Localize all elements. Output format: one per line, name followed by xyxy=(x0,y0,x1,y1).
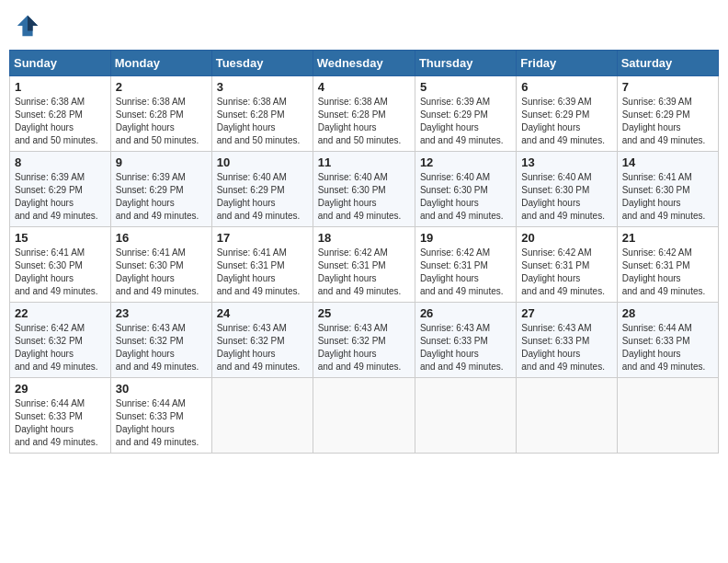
calendar-cell: 19 Sunrise: 6:42 AMSunset: 6:31 PMDaylig… xyxy=(415,227,516,303)
day-number: 9 xyxy=(116,155,207,169)
day-info: Sunrise: 6:43 AMSunset: 6:33 PMDaylight … xyxy=(420,323,504,372)
day-number: 16 xyxy=(116,231,207,245)
calendar-cell: 26 Sunrise: 6:43 AMSunset: 6:33 PMDaylig… xyxy=(415,303,516,378)
day-info: Sunrise: 6:39 AMSunset: 6:29 PMDaylight … xyxy=(622,97,706,145)
header xyxy=(9,9,719,42)
day-info: Sunrise: 6:43 AMSunset: 6:32 PMDaylight … xyxy=(116,323,199,372)
day-number: 17 xyxy=(217,231,308,245)
calendar-cell: 11 Sunrise: 6:40 AMSunset: 6:30 PMDaylig… xyxy=(313,152,415,227)
day-number: 6 xyxy=(521,80,611,94)
day-number: 11 xyxy=(318,155,410,169)
day-info: Sunrise: 6:39 AMSunset: 6:29 PMDaylight … xyxy=(420,97,504,145)
calendar-cell xyxy=(313,378,415,454)
day-number: 20 xyxy=(521,231,611,245)
day-info: Sunrise: 6:38 AMSunset: 6:28 PMDaylight … xyxy=(116,97,199,145)
calendar-cell: 18 Sunrise: 6:42 AMSunset: 6:31 PMDaylig… xyxy=(313,227,415,303)
day-info: Sunrise: 6:44 AMSunset: 6:33 PMDaylight … xyxy=(116,398,199,447)
day-number: 3 xyxy=(217,80,308,94)
day-header-monday: Monday xyxy=(110,51,211,76)
day-info: Sunrise: 6:43 AMSunset: 6:32 PMDaylight … xyxy=(217,323,301,372)
day-header-saturday: Saturday xyxy=(617,51,718,76)
day-number: 22 xyxy=(15,306,106,320)
calendar-week-4: 22 Sunrise: 6:42 AMSunset: 6:32 PMDaylig… xyxy=(10,303,719,378)
day-info: Sunrise: 6:40 AMSunset: 6:29 PMDaylight … xyxy=(217,172,301,221)
day-info: Sunrise: 6:42 AMSunset: 6:32 PMDaylight … xyxy=(15,323,98,372)
day-number: 15 xyxy=(15,231,106,245)
calendar-cell xyxy=(211,378,313,454)
day-info: Sunrise: 6:41 AMSunset: 6:31 PMDaylight … xyxy=(217,247,301,296)
calendar-cell: 13 Sunrise: 6:40 AMSunset: 6:30 PMDaylig… xyxy=(517,152,617,227)
day-info: Sunrise: 6:39 AMSunset: 6:29 PMDaylight … xyxy=(15,172,98,221)
calendar-cell: 17 Sunrise: 6:41 AMSunset: 6:31 PMDaylig… xyxy=(211,227,313,303)
day-header-tuesday: Tuesday xyxy=(211,51,313,76)
calendar-cell: 9 Sunrise: 6:39 AMSunset: 6:29 PMDayligh… xyxy=(110,152,211,227)
calendar-cell: 16 Sunrise: 6:41 AMSunset: 6:30 PMDaylig… xyxy=(110,227,211,303)
calendar-cell: 30 Sunrise: 6:44 AMSunset: 6:33 PMDaylig… xyxy=(110,378,211,454)
day-info: Sunrise: 6:43 AMSunset: 6:32 PMDaylight … xyxy=(318,323,402,372)
day-header-friday: Friday xyxy=(517,51,617,76)
day-header-sunday: Sunday xyxy=(10,51,111,76)
day-number: 29 xyxy=(15,382,106,396)
day-number: 23 xyxy=(116,306,207,320)
day-number: 26 xyxy=(420,306,511,320)
day-number: 2 xyxy=(116,80,207,94)
calendar-cell: 10 Sunrise: 6:40 AMSunset: 6:29 PMDaylig… xyxy=(211,152,313,227)
day-number: 21 xyxy=(622,231,713,245)
calendar-cell: 23 Sunrise: 6:43 AMSunset: 6:32 PMDaylig… xyxy=(110,303,211,378)
calendar-cell xyxy=(517,378,617,454)
day-number: 5 xyxy=(420,80,511,94)
logo xyxy=(15,13,44,39)
calendar-week-2: 8 Sunrise: 6:39 AMSunset: 6:29 PMDayligh… xyxy=(10,152,719,227)
calendar-cell: 3 Sunrise: 6:38 AMSunset: 6:28 PMDayligh… xyxy=(211,76,313,152)
day-number: 7 xyxy=(622,80,713,94)
day-info: Sunrise: 6:38 AMSunset: 6:28 PMDaylight … xyxy=(15,97,98,145)
day-number: 18 xyxy=(318,231,410,245)
calendar: SundayMondayTuesdayWednesdayThursdayFrid… xyxy=(9,50,719,454)
day-number: 10 xyxy=(217,155,308,169)
calendar-cell: 1 Sunrise: 6:38 AMSunset: 6:28 PMDayligh… xyxy=(10,76,111,152)
day-info: Sunrise: 6:42 AMSunset: 6:31 PMDaylight … xyxy=(318,247,402,296)
calendar-week-1: 1 Sunrise: 6:38 AMSunset: 6:28 PMDayligh… xyxy=(10,76,719,152)
day-info: Sunrise: 6:39 AMSunset: 6:29 PMDaylight … xyxy=(116,172,199,221)
day-info: Sunrise: 6:41 AMSunset: 6:30 PMDaylight … xyxy=(116,247,199,296)
day-info: Sunrise: 6:42 AMSunset: 6:31 PMDaylight … xyxy=(420,247,504,296)
day-number: 1 xyxy=(15,80,106,94)
day-number: 8 xyxy=(15,155,106,169)
calendar-cell: 8 Sunrise: 6:39 AMSunset: 6:29 PMDayligh… xyxy=(10,152,111,227)
day-number: 13 xyxy=(521,155,611,169)
day-info: Sunrise: 6:42 AMSunset: 6:31 PMDaylight … xyxy=(521,247,605,296)
day-info: Sunrise: 6:44 AMSunset: 6:33 PMDaylight … xyxy=(15,398,98,447)
calendar-cell: 27 Sunrise: 6:43 AMSunset: 6:33 PMDaylig… xyxy=(517,303,617,378)
day-info: Sunrise: 6:40 AMSunset: 6:30 PMDaylight … xyxy=(420,172,504,221)
day-number: 4 xyxy=(318,80,410,94)
day-info: Sunrise: 6:38 AMSunset: 6:28 PMDaylight … xyxy=(217,97,301,145)
day-info: Sunrise: 6:41 AMSunset: 6:30 PMDaylight … xyxy=(622,172,706,221)
calendar-cell: 22 Sunrise: 6:42 AMSunset: 6:32 PMDaylig… xyxy=(10,303,111,378)
day-number: 28 xyxy=(622,306,713,320)
day-info: Sunrise: 6:40 AMSunset: 6:30 PMDaylight … xyxy=(521,172,605,221)
day-header-wednesday: Wednesday xyxy=(313,51,415,76)
day-info: Sunrise: 6:43 AMSunset: 6:33 PMDaylight … xyxy=(521,323,605,372)
calendar-cell: 5 Sunrise: 6:39 AMSunset: 6:29 PMDayligh… xyxy=(415,76,516,152)
calendar-cell: 12 Sunrise: 6:40 AMSunset: 6:30 PMDaylig… xyxy=(415,152,516,227)
day-info: Sunrise: 6:44 AMSunset: 6:33 PMDaylight … xyxy=(622,323,706,372)
day-number: 24 xyxy=(217,306,308,320)
calendar-cell: 29 Sunrise: 6:44 AMSunset: 6:33 PMDaylig… xyxy=(10,378,111,454)
day-number: 30 xyxy=(116,382,207,396)
calendar-week-5: 29 Sunrise: 6:44 AMSunset: 6:33 PMDaylig… xyxy=(10,378,719,454)
calendar-cell xyxy=(415,378,516,454)
day-info: Sunrise: 6:38 AMSunset: 6:28 PMDaylight … xyxy=(318,97,402,145)
calendar-cell: 2 Sunrise: 6:38 AMSunset: 6:28 PMDayligh… xyxy=(110,76,211,152)
day-number: 14 xyxy=(622,155,713,169)
calendar-cell: 6 Sunrise: 6:39 AMSunset: 6:29 PMDayligh… xyxy=(517,76,617,152)
day-number: 27 xyxy=(521,306,611,320)
calendar-cell: 21 Sunrise: 6:42 AMSunset: 6:31 PMDaylig… xyxy=(617,227,718,303)
calendar-cell: 14 Sunrise: 6:41 AMSunset: 6:30 PMDaylig… xyxy=(617,152,718,227)
day-number: 19 xyxy=(420,231,511,245)
calendar-cell: 7 Sunrise: 6:39 AMSunset: 6:29 PMDayligh… xyxy=(617,76,718,152)
day-info: Sunrise: 6:42 AMSunset: 6:31 PMDaylight … xyxy=(622,247,706,296)
calendar-cell: 20 Sunrise: 6:42 AMSunset: 6:31 PMDaylig… xyxy=(517,227,617,303)
calendar-cell xyxy=(617,378,718,454)
day-number: 25 xyxy=(318,306,410,320)
logo-icon xyxy=(15,13,40,39)
